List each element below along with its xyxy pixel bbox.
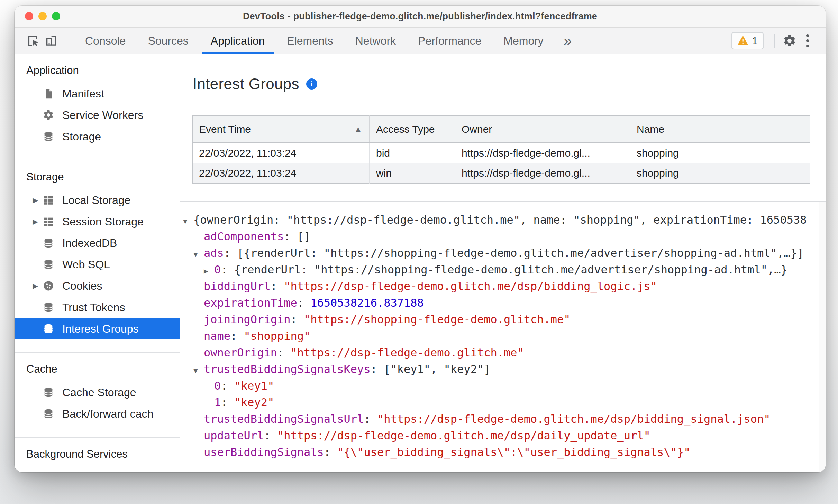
sidebar-item-service-workers[interactable]: Service Workers (15, 104, 180, 126)
sidebar-item-manifest[interactable]: Manifest (15, 83, 180, 104)
expand-icon[interactable]: ▶ (204, 263, 214, 278)
tree-row[interactable]: ▼{ownerOrigin: "https://dsp-fledge-demo.… (183, 212, 819, 228)
more-options-icon[interactable] (799, 31, 817, 50)
tab-network[interactable]: Network (344, 28, 407, 54)
tree-text: : (271, 280, 284, 293)
tree-text: : (230, 329, 244, 343)
issues-badge[interactable]: 1 (731, 32, 764, 49)
close-window-button[interactable] (25, 12, 33, 20)
database-icon (42, 323, 55, 335)
collapse-icon[interactable]: ▼ (183, 213, 193, 228)
sidebar-item-label: Service Workers (62, 109, 143, 122)
tab-memory[interactable]: Memory (492, 28, 555, 54)
table-body: 22/03/2022, 11:03:24bidhttps://dsp-fledg… (192, 143, 810, 184)
sidebar-item-background-fetch[interactable]: Background Fetch (15, 467, 180, 472)
tree-text: : (364, 412, 377, 426)
tree-row[interactable]: expirationTime: 1650538216.837188 (183, 295, 819, 311)
tree-row[interactable]: trustedBiddingSignalsUrl: "https://dsp-f… (183, 411, 819, 427)
table-row[interactable]: 22/03/2022, 11:03:24winhttps://dsp-fledg… (192, 163, 810, 184)
tree-row[interactable]: ▼trustedBiddingSignalsKeys: ["key1", "ke… (183, 361, 819, 377)
expand-arrow-icon[interactable]: ▶ (28, 196, 42, 204)
tab-application[interactable]: Application (200, 28, 276, 54)
sidebar-item-web-sql[interactable]: Web SQL (15, 254, 180, 275)
sidebar-section-title: Cache (15, 362, 180, 377)
database-icon (42, 386, 55, 399)
devtools-toolbar: ConsoleSourcesApplicationElementsNetwork… (15, 28, 826, 55)
tree-row[interactable]: name: "shopping" (183, 328, 819, 344)
issues-count: 1 (752, 35, 758, 47)
fullscreen-window-button[interactable] (52, 12, 60, 20)
tree-value: "shopping" (244, 329, 311, 343)
tree-value: "key2" (234, 396, 274, 409)
tree-row[interactable]: 1: "key2" (183, 394, 819, 411)
sidebar-item-cookies[interactable]: ▶Cookies (15, 275, 180, 297)
sidebar-item-trust-tokens[interactable]: Trust Tokens (15, 297, 180, 318)
cell-owner: https://dsp-fledge-demo.gl... (455, 143, 630, 163)
inspect-element-icon[interactable] (24, 31, 42, 50)
document-icon (42, 87, 55, 100)
panel-header: Interest Groups i (193, 75, 317, 93)
tree-row[interactable]: ownerOrigin: "https://dsp-fledge-demo.gl… (183, 344, 819, 361)
panel-tabs: ConsoleSourcesApplicationElementsNetwork… (74, 28, 581, 54)
tab-performance[interactable]: Performance (407, 28, 492, 54)
settings-gear-icon[interactable] (781, 31, 799, 50)
column-header-label: Name (637, 123, 664, 135)
cell-access-type: bid (370, 143, 455, 163)
tree-row[interactable]: updateUrl: "https://dsp-fledge-demo.glit… (183, 427, 819, 444)
sidebar-item-storage[interactable]: Storage (15, 126, 180, 147)
tree-value: "https://dsp-fledge-demo.glitch.me" (290, 346, 523, 359)
tree-key: expirationTime (204, 296, 297, 309)
interest-group-details-tree: ▼{ownerOrigin: "https://dsp-fledge-demo.… (180, 201, 826, 472)
sidebar-item-local-storage[interactable]: ▶Local Storage (15, 189, 180, 211)
toolbar-divider (66, 34, 66, 48)
application-sidebar: ApplicationManifestService WorkersStorag… (15, 54, 180, 472)
tab-sources[interactable]: Sources (137, 28, 199, 54)
tree-key: 1 (214, 396, 221, 409)
column-header-label: Owner (462, 123, 492, 135)
tree-value: "https://dsp-fledge-demo.glitch.me/dsp/b… (377, 412, 771, 426)
table-row[interactable]: 22/03/2022, 11:03:24bidhttps://dsp-fledg… (192, 143, 810, 163)
tree-row[interactable]: ▶0: {renderUrl: "https://shopping-fledge… (183, 261, 819, 278)
interest-groups-panel: Interest Groups i Event Time▲Access Type… (180, 54, 826, 472)
tree-key: ownerOrigin (204, 346, 277, 359)
expand-arrow-icon[interactable]: ▶ (28, 282, 42, 290)
sidebar-item-session-storage[interactable]: ▶Session Storage (15, 211, 180, 232)
tree-text: : (221, 396, 234, 409)
database-icon (42, 258, 55, 271)
column-header-owner[interactable]: Owner (455, 116, 630, 143)
tree-scrollbar[interactable] (819, 202, 826, 472)
sidebar-item-interest-groups[interactable]: Interest Groups (15, 318, 180, 339)
collapse-icon[interactable]: ▼ (193, 246, 204, 261)
info-icon[interactable]: i (306, 78, 317, 90)
tree-row[interactable]: adComponents: [] (183, 228, 819, 245)
tree-row[interactable]: 0: "key1" (183, 377, 819, 394)
tree-text: : (371, 363, 384, 376)
sidebar-item-back-forward-cach[interactable]: Back/forward cach (15, 403, 180, 424)
sidebar-section-background-services: Background ServicesBackground Fetch (15, 438, 180, 472)
minimize-window-button[interactable] (38, 12, 47, 20)
tree-row[interactable]: userBiddingSignals: "{\"user_bidding_sig… (183, 444, 819, 460)
sidebar-item-cache-storage[interactable]: Cache Storage (15, 382, 180, 403)
tree-key: trustedBiddingSignalsKeys (204, 363, 371, 376)
column-header-event-time[interactable]: Event Time▲ (192, 116, 370, 143)
sidebar-item-label: Interest Groups (62, 323, 139, 335)
tree-row[interactable]: joiningOrigin: "https://shopping-fledge-… (183, 311, 819, 328)
tree-row[interactable]: ▼ads: [{renderUrl: "https://shopping-fle… (183, 245, 819, 261)
column-header-name[interactable]: Name (630, 116, 810, 143)
device-toolbar-icon[interactable] (42, 31, 60, 50)
tab-more-tabs[interactable]: » (555, 28, 581, 54)
column-header-access-type[interactable]: Access Type (370, 116, 455, 143)
collapse-icon[interactable]: ▼ (193, 362, 204, 377)
sidebar-item-label: Session Storage (62, 215, 144, 228)
sidebar-item-label: Cookies (62, 280, 102, 292)
database-icon (42, 130, 55, 143)
tree-row[interactable]: biddingUrl: "https://dsp-fledge-demo.gli… (183, 278, 819, 295)
fetch-icon (42, 471, 55, 472)
sidebar-item-indexeddb[interactable]: IndexedDB (15, 232, 180, 254)
tab-console[interactable]: Console (74, 28, 137, 54)
sidebar-item-label: IndexedDB (62, 237, 117, 250)
tab-elements[interactable]: Elements (276, 28, 344, 54)
tree-text: : (221, 263, 234, 276)
interest-group-events-table: Event Time▲Access TypeOwnerName 22/03/20… (192, 115, 810, 184)
expand-arrow-icon[interactable]: ▶ (28, 217, 42, 226)
